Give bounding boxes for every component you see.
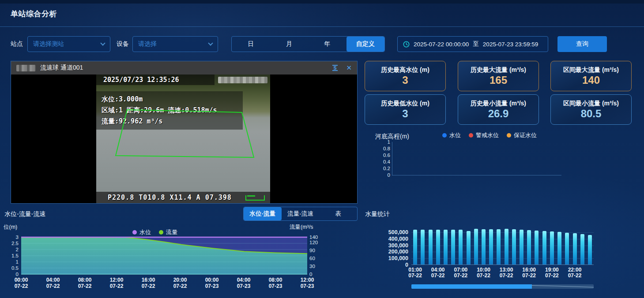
- x-tick-label: 20:0007-22: [173, 277, 187, 289]
- volume-bar: [580, 234, 584, 264]
- axis-tick-label: 90: [309, 248, 315, 253]
- volume-bar: [557, 232, 561, 264]
- axis-tick-label: 300,000: [375, 242, 408, 249]
- osd-status-bar: P220.8 T010.8 X11.4 A 07.398: [96, 192, 270, 203]
- axis-tick-label: 0.6: [370, 152, 390, 158]
- stat-value: 165: [490, 74, 507, 86]
- x-tick-label: 08:0007-22: [78, 277, 92, 289]
- volume-bar: [459, 230, 463, 264]
- x-tick-label: 16:0007-22: [518, 267, 541, 279]
- riverbed-chart: 河底高程(m) 水位警戒水位保证水位 10.80.60.40.20: [362, 128, 644, 187]
- period-tab-day[interactable]: 日: [232, 37, 270, 52]
- video-viewport: 2025/07/23 12:35:26 水位:3.000m区域:1 距离:29.…: [11, 74, 357, 203]
- stat-card-0: 历史最高水位 (m)3: [365, 61, 446, 91]
- x-tick-label: 19:0007-22: [540, 267, 563, 279]
- x-tick-label: 04:0007-22: [426, 267, 449, 279]
- svg-text:S: S: [334, 65, 337, 71]
- stat-label: 区间最大流量 (m³/s): [563, 66, 619, 74]
- period-tab-month[interactable]: 月: [270, 37, 309, 52]
- station-select[interactable]: 请选择测站: [27, 36, 110, 52]
- clock-icon: [403, 41, 410, 48]
- tab-level-flow[interactable]: 水位-流量: [244, 207, 282, 220]
- axis-tick-label: 400,000: [375, 236, 408, 242]
- date-start: 2025-07-22 00:00:00: [414, 41, 469, 48]
- axis-tick-label: 100,000: [375, 255, 408, 261]
- axis-tick-label: 200,000: [375, 249, 408, 255]
- axis-tick-label: 1: [16, 259, 19, 264]
- stat-value: 140: [582, 74, 600, 86]
- volume-bar: [588, 235, 592, 264]
- volume-x-axis-line: [411, 264, 594, 265]
- osd-status-text: P220.8 T010.8 X11.4 A 07.398: [108, 194, 232, 201]
- tab-table[interactable]: 表: [319, 207, 357, 220]
- axis-tick-label: 0: [16, 272, 19, 277]
- riverbed-x-axis-line: [392, 175, 561, 175]
- legend-item-保证水位: 保证水位: [507, 131, 537, 139]
- stream-switch-icon[interactable]: S: [331, 64, 339, 72]
- level-flow-chart: 位(m) 流量(m³/s 水位流量 32.521.510.50140120906…: [0, 223, 335, 298]
- axis-tick-label: 1.5: [11, 253, 19, 258]
- station-label: 站点: [11, 40, 23, 48]
- stat-value: 3: [402, 74, 408, 86]
- x-tick-label: 04:0007-23: [237, 277, 251, 289]
- level-flow-plot: 32.521.510.50140120906030000:0007-2204:0…: [0, 223, 335, 298]
- legend-label: 警戒水位: [476, 131, 499, 139]
- legend-dot: [469, 133, 473, 138]
- stat-label: 历史最大流量 (m³/s): [471, 66, 526, 74]
- datazoom-slider[interactable]: [411, 284, 594, 289]
- volume-bar: [482, 229, 486, 264]
- volume-bar: [429, 230, 433, 264]
- volume-bar: [520, 230, 523, 264]
- x-tick-label: 00:0007-22: [15, 277, 28, 289]
- device-placeholder: 请选择: [138, 40, 157, 48]
- legend-dot: [442, 133, 447, 138]
- volume-bar: [489, 229, 493, 264]
- tab-flow-velocity[interactable]: 流量-流速: [282, 207, 320, 220]
- bitrate-badge: [245, 195, 265, 201]
- legend-item-警戒水位: 警戒水位: [469, 131, 499, 139]
- video-header: 流速球 通道001 S ✕: [11, 61, 357, 74]
- axis-tick-label: 60: [309, 256, 315, 261]
- volume-title: 水量统计: [365, 210, 390, 218]
- period-tab-group: 日月年自定义: [231, 36, 385, 52]
- stat-label: 历史最低水位 (m): [381, 100, 429, 108]
- query-button[interactable]: 查询: [557, 36, 607, 52]
- riverbed-y-axis-line: [392, 142, 392, 175]
- volume-bar: [505, 229, 508, 264]
- measure-region-overlay: [96, 74, 270, 203]
- axis-tick-label: 0: [309, 272, 312, 277]
- close-icon[interactable]: ✕: [346, 64, 352, 72]
- x-tick-label: 08:0007-23: [269, 277, 282, 289]
- legend-item-水位: 水位: [442, 131, 461, 139]
- stat-label: 历史最小流量 (m³/s): [471, 100, 526, 108]
- volume-bar: [512, 229, 516, 264]
- level-flow-title: 水位-流量-流速: [4, 210, 45, 218]
- video-panel: 流速球 通道001 S ✕ 2025/07/23 12:35:26 水位:3.0…: [11, 61, 358, 204]
- period-tab-year[interactable]: 年: [308, 37, 346, 52]
- stat-card-3: 历史最低水位 (m)3: [365, 94, 446, 125]
- stat-value: 3: [402, 108, 408, 119]
- axis-tick-label: 3: [16, 235, 19, 240]
- axis-tick-label: 2.5: [11, 241, 19, 246]
- period-tab-custom[interactable]: 自定义: [346, 37, 385, 52]
- volume-bar: [444, 230, 448, 264]
- riverbed-legend: 水位警戒水位保证水位: [442, 131, 537, 139]
- volume-plot: [411, 228, 594, 265]
- volume-bar: [467, 231, 471, 264]
- station-placeholder: 请选择测站: [33, 40, 64, 48]
- date-end: 2025-07-23 23:59:59: [483, 41, 538, 48]
- stats-grid: 历史最高水位 (m)3历史最大流量 (m³/s)165区间最大流量 (m³/s)…: [365, 61, 633, 125]
- volume-bar: [527, 230, 531, 264]
- volume-bar: [413, 230, 417, 264]
- volume-bar: [550, 231, 554, 264]
- axis-tick-label: 0.5: [11, 265, 19, 271]
- date-range-picker[interactable]: 2025-07-22 00:00:00 至 2025-07-23 23:59:5…: [397, 36, 548, 52]
- device-select[interactable]: 请选择: [132, 36, 218, 52]
- axis-tick-label: 0.4: [370, 159, 390, 165]
- level-flow-tab-group: 水位-流量流量-流速表: [243, 207, 358, 221]
- x-tick-label: 07:0007-22: [449, 267, 472, 279]
- volume-bar: [535, 231, 539, 264]
- volume-bar: [573, 233, 577, 264]
- volume-bar: [565, 233, 569, 265]
- axis-tick-label: 0.2: [370, 165, 390, 171]
